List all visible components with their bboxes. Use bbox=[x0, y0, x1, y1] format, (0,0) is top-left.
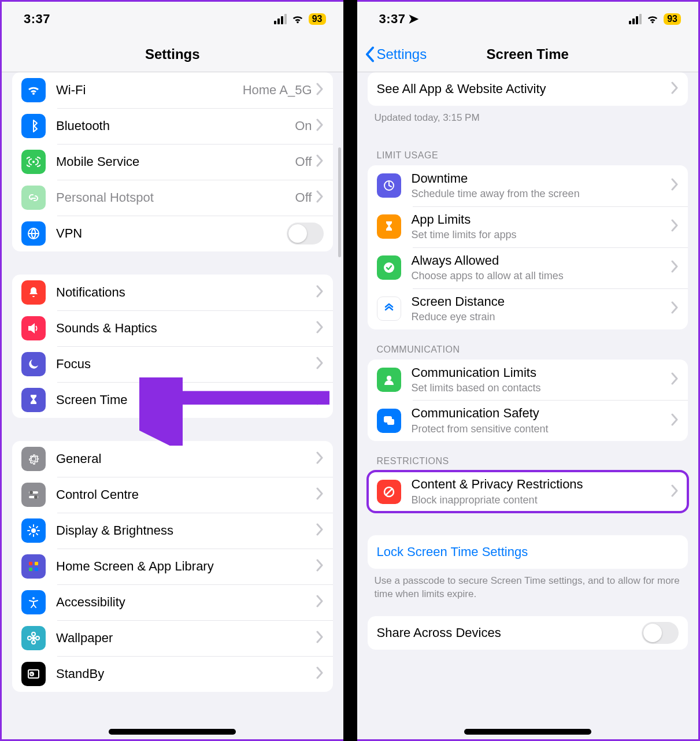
row-label: Bluetooth bbox=[56, 118, 295, 134]
chevron-right-icon bbox=[671, 413, 679, 428]
svg-rect-17 bbox=[29, 568, 32, 571]
distance-icon bbox=[377, 297, 401, 321]
chevron-right-icon bbox=[671, 301, 679, 316]
row-label: See All App & Website Activity bbox=[377, 81, 671, 97]
nav-bar: Settings bbox=[2, 36, 343, 72]
row-vpn[interactable]: VPN bbox=[12, 216, 333, 251]
chevron-right-icon bbox=[671, 81, 679, 97]
row-label: General bbox=[56, 451, 316, 466]
row-screen-time[interactable]: Screen Time bbox=[12, 382, 333, 418]
downtime-icon bbox=[377, 173, 401, 198]
row-content-privacy-restrictions[interactable]: Content & Privacy RestrictionsBlock inap… bbox=[368, 471, 688, 512]
sun-icon bbox=[21, 518, 46, 543]
row-wi-fi[interactable]: Wi-FiHome A_5G bbox=[12, 72, 333, 108]
row-sublabel: Block inappropriate content bbox=[412, 494, 671, 507]
access-icon bbox=[21, 590, 46, 614]
svg-point-5 bbox=[34, 495, 38, 499]
share-toggle[interactable] bbox=[642, 622, 679, 644]
row-notifications[interactable]: Notifications bbox=[12, 275, 333, 310]
svg-point-20 bbox=[32, 636, 35, 640]
chevron-right-icon bbox=[316, 118, 324, 134]
row-app-limits[interactable]: App LimitsSet time limits for apps bbox=[368, 206, 688, 247]
group-restrictions: Content & Privacy RestrictionsBlock inap… bbox=[368, 471, 688, 512]
chevron-right-icon bbox=[316, 285, 324, 300]
row-display-brightness[interactable]: Display & Brightness bbox=[12, 513, 333, 549]
toggle-vpn[interactable] bbox=[287, 223, 324, 244]
row-bluetooth[interactable]: BluetoothOn bbox=[12, 108, 333, 144]
nav-bar: Settings Screen Time bbox=[357, 36, 699, 72]
row-personal-hotspot[interactable]: Personal HotspotOff bbox=[12, 180, 333, 216]
row-share-devices[interactable]: Share Across Devices bbox=[368, 616, 688, 650]
row-label: Content & Privacy Restrictions bbox=[412, 477, 671, 492]
row-control-centre[interactable]: Control Centre bbox=[12, 477, 333, 513]
chevron-right-icon bbox=[316, 154, 324, 169]
status-icons: 93 bbox=[629, 13, 681, 25]
row-always-allowed[interactable]: Always AllowedChoose apps to allow at al… bbox=[368, 247, 688, 288]
row-sublabel: Protect from sensitive content bbox=[412, 423, 671, 436]
page-title: Settings bbox=[145, 46, 200, 62]
group-limit-usage: DowntimeSchedule time away from the scre… bbox=[368, 165, 688, 329]
location-icon: ➤ bbox=[408, 12, 419, 26]
chevron-right-icon bbox=[316, 595, 324, 610]
row-home-screen-app-library[interactable]: Home Screen & App Library bbox=[12, 549, 333, 584]
row-value: Off bbox=[295, 190, 312, 205]
row-sounds-haptics[interactable]: Sounds & Haptics bbox=[12, 310, 333, 346]
group-lock: Lock Screen Time Settings bbox=[368, 535, 688, 569]
row-see-activity[interactable]: See All App & Website Activity bbox=[368, 72, 688, 106]
row-sublabel: Set limits based on contacts bbox=[412, 381, 671, 395]
row-label: Home Screen & App Library bbox=[56, 559, 316, 574]
status-bar: 3:37 93 bbox=[2, 2, 343, 36]
svg-point-24 bbox=[36, 636, 39, 640]
row-downtime[interactable]: DowntimeSchedule time away from the scre… bbox=[368, 165, 688, 206]
chevron-right-icon bbox=[316, 631, 324, 646]
svg-line-35 bbox=[386, 488, 392, 495]
svg-line-13 bbox=[36, 527, 38, 528]
svg-point-6 bbox=[31, 528, 36, 533]
svg-rect-18 bbox=[35, 568, 38, 571]
svg-line-11 bbox=[29, 527, 31, 528]
row-communication-limits[interactable]: Communication LimitsSet limits based on … bbox=[368, 360, 688, 401]
group-share: Share Across Devices bbox=[368, 616, 688, 650]
row-label: Sounds & Haptics bbox=[56, 321, 316, 336]
switches-icon bbox=[21, 483, 46, 507]
chevron-right-icon bbox=[316, 357, 324, 372]
row-label: App Limits bbox=[412, 212, 671, 227]
row-value: On bbox=[295, 118, 312, 134]
screentime-list[interactable]: See All App & Website Activity Updated t… bbox=[357, 72, 699, 739]
svg-rect-15 bbox=[29, 562, 32, 565]
row-label: Share Across Devices bbox=[377, 625, 642, 640]
row-screen-distance[interactable]: Screen DistanceReduce eye strain bbox=[368, 288, 688, 329]
scrollbar-indicator bbox=[338, 147, 341, 257]
grid-icon bbox=[21, 554, 46, 579]
row-label: Notifications bbox=[56, 285, 316, 300]
svg-point-19 bbox=[32, 597, 35, 599]
back-button[interactable]: Settings bbox=[364, 46, 427, 62]
wifi-icon bbox=[291, 13, 304, 25]
status-bar: 3:37➤ 93 bbox=[357, 2, 699, 36]
check-icon bbox=[377, 255, 401, 280]
svg-rect-33 bbox=[387, 419, 394, 425]
row-wallpaper[interactable]: Wallpaper bbox=[12, 620, 333, 656]
chevron-right-icon bbox=[671, 484, 679, 499]
row-mobile-service[interactable]: Mobile ServiceOff bbox=[12, 144, 333, 180]
row-general[interactable]: General bbox=[12, 441, 333, 477]
clock-icon bbox=[21, 662, 46, 686]
row-lock-settings[interactable]: Lock Screen Time Settings bbox=[368, 535, 688, 569]
row-standby[interactable]: StandBy bbox=[12, 656, 333, 692]
globe-icon bbox=[21, 221, 46, 246]
row-accessibility[interactable]: Accessibility bbox=[12, 584, 333, 620]
row-focus[interactable]: Focus bbox=[12, 346, 333, 382]
cellular-signal-icon bbox=[274, 14, 287, 24]
settings-list[interactable]: Wi-FiHome A_5GBluetoothOnMobile ServiceO… bbox=[2, 72, 343, 739]
chevron-right-icon bbox=[316, 666, 324, 681]
cell-icon bbox=[21, 150, 46, 174]
row-communication-safety[interactable]: Communication SafetyProtect from sensiti… bbox=[368, 400, 688, 441]
chevron-right-icon bbox=[671, 178, 679, 193]
row-label: StandBy bbox=[56, 666, 316, 681]
screentime-screen: 3:37➤ 93 Settings Screen Time See All Ap… bbox=[357, 0, 701, 741]
chevron-right-icon bbox=[671, 372, 679, 387]
svg-point-21 bbox=[32, 632, 35, 636]
svg-point-30 bbox=[387, 376, 391, 380]
bubble-icon bbox=[377, 409, 401, 433]
row-label: Mobile Service bbox=[56, 154, 295, 169]
